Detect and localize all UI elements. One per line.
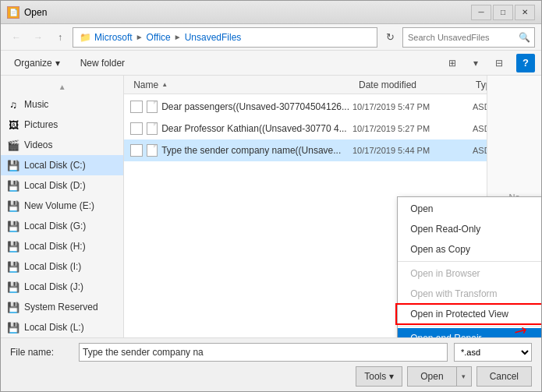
view-toggle-button[interactable]: ⊞ <box>441 54 463 72</box>
close-button[interactable]: ✕ <box>515 5 535 20</box>
sidebar-item-videos[interactable]: 🎬 Videos <box>1 135 123 155</box>
details-pane-button[interactable]: ⊟ <box>488 54 510 72</box>
table-row[interactable]: Dear passengers((Unsaved-307704504126...… <box>124 96 541 118</box>
drive-icon: 💾 <box>7 220 19 232</box>
table-row[interactable]: Type the sender company name((Unsave... … <box>124 139 541 161</box>
breadcrumb: 📁 Microsoft ► Office ► UnsavedFiles <box>73 27 377 48</box>
music-icon: ♫ <box>7 98 19 111</box>
filename-input[interactable] <box>79 343 448 362</box>
sidebar-label: Local Disk (I:) <box>24 261 81 272</box>
col-header-date[interactable]: Date modified <box>356 76 473 94</box>
sidebar-label: Local Disk (J:) <box>24 281 83 292</box>
open-button[interactable]: Open <box>407 366 455 387</box>
file-checkbox[interactable] <box>130 122 143 135</box>
breadcrumb-folder-icon: 📁 <box>80 32 91 43</box>
drive-icon: 💾 <box>7 179 19 192</box>
footer: File name: *.asd Tools ▾ Open ▾ Cancel <box>1 337 541 391</box>
organize-label: Organize <box>14 58 52 69</box>
file-icon <box>146 100 158 114</box>
table-row[interactable]: Dear Professor Kathian((Unsaved-30770 4.… <box>124 118 541 139</box>
search-icon: 🔍 <box>519 32 530 43</box>
tools-arrow-icon: ▾ <box>389 371 394 382</box>
pictures-icon: 🖼 <box>7 118 19 131</box>
tools-label: Tools <box>364 371 386 382</box>
scroll-up: ▲ <box>1 79 123 94</box>
col-header-name[interactable]: Name ▲ <box>130 76 356 94</box>
context-menu-open-in-browser[interactable]: Open in Browser <box>398 263 541 284</box>
context-menu-open[interactable]: Open <box>398 199 541 219</box>
sidebar-item-music[interactable]: ♫ Music <box>1 94 123 115</box>
sidebar-label: Music <box>24 99 48 110</box>
cancel-button[interactable]: Cancel <box>476 366 532 387</box>
search-input[interactable] <box>408 33 515 42</box>
sidebar-label: Local Disk (C:) <box>24 160 86 171</box>
drive-icon: 💾 <box>7 240 19 253</box>
up-button[interactable]: ↑ <box>51 28 69 47</box>
context-menu-open-with-transform[interactable]: Open with Transform <box>398 284 541 304</box>
sidebar-label: Pictures <box>24 119 58 130</box>
filetype-select[interactable]: *.asd <box>454 343 532 362</box>
help-button[interactable]: ? <box>516 54 535 72</box>
file-checkbox[interactable] <box>130 101 143 113</box>
tools-button[interactable]: Tools ▾ <box>356 366 402 387</box>
context-separator <box>398 261 541 262</box>
sidebar-item-system-reserved[interactable]: 💾 System Reserved <box>1 297 123 317</box>
sidebar-item-local-disk-c[interactable]: 💾 Local Disk (C:) <box>1 155 123 175</box>
new-folder-button[interactable]: New folder <box>73 54 132 72</box>
dialog-icon: 📄 <box>7 6 19 19</box>
col-sort-arrow-icon: ▲ <box>161 81 168 88</box>
file-name: Type the sender company name((Unsave... <box>161 145 349 156</box>
breadcrumb-part2[interactable]: Office <box>147 32 171 43</box>
drive-icon: 💾 <box>7 281 19 293</box>
view-buttons: ⊞ ▾ ⊟ <box>441 54 510 72</box>
filename-row: File name: *.asd <box>10 343 532 362</box>
videos-icon: 🎬 <box>7 139 19 151</box>
file-icon <box>146 122 158 136</box>
drive-icon: 💾 <box>7 200 19 212</box>
sidebar-item-local-disk-g[interactable]: 💾 Local Disk (G:) <box>1 216 123 236</box>
sidebar-item-local-disk-i[interactable]: 💾 Local Disk (I:) <box>1 256 123 277</box>
open-dialog: 📄 Open ─ □ ✕ ← → ↑ 📁 Microsoft ► Office … <box>0 0 542 392</box>
action-row: Tools ▾ Open ▾ Cancel <box>10 366 532 387</box>
breadcrumb-sep2: ► <box>174 33 182 41</box>
sidebar-item-local-disk-l[interactable]: 💾 Local Disk (L:) <box>1 317 123 337</box>
file-checkbox[interactable] <box>130 144 143 157</box>
sidebar-item-local-disk-d[interactable]: 💾 Local Disk (D:) <box>1 175 123 196</box>
minimize-button[interactable]: ─ <box>471 5 491 20</box>
file-name: Dear Professor Kathian((Unsaved-30770 4.… <box>161 123 349 134</box>
sidebar-label: Local Disk (L:) <box>24 322 84 333</box>
open-dropdown-button[interactable]: ▾ <box>456 366 472 387</box>
dialog-title: Open <box>24 7 47 18</box>
context-menu-open-read-only[interactable]: Open Read-Only <box>398 219 541 239</box>
open-button-group: Open ▾ <box>407 366 471 387</box>
sidebar-item-local-disk-j[interactable]: 💾 Local Disk (J:) <box>1 277 123 297</box>
breadcrumb-part3[interactable]: UnsavedFiles <box>185 32 242 43</box>
title-bar-left: 📄 Open <box>7 6 47 19</box>
main-content: Name ▲ Date modified Type Dear p <box>124 76 541 337</box>
sidebar: ▲ ♫ Music 🖼 Pictures 🎬 Videos 💾 Local Di… <box>1 76 124 337</box>
sidebar-item-new-volume-e[interactable]: 💾 New Volume (E:) <box>1 196 123 216</box>
file-name: Dear passengers((Unsaved-307704504126... <box>161 101 349 112</box>
maximize-button[interactable]: □ <box>493 5 513 20</box>
organize-arrow-icon: ▾ <box>55 58 60 69</box>
sidebar-item-pictures[interactable]: 🖼 Pictures <box>1 115 123 135</box>
sidebar-item-local-disk-h[interactable]: 💾 Local Disk (H:) <box>1 236 123 256</box>
context-menu-open-as-copy[interactable]: Open as Copy <box>398 239 541 260</box>
drive-icon: 💾 <box>7 301 19 313</box>
refresh-button[interactable]: ↻ <box>381 28 399 47</box>
sidebar-label: Local Disk (H:) <box>24 241 86 252</box>
col-date-label: Date modified <box>359 79 416 90</box>
forward-button[interactable]: → <box>29 28 48 47</box>
view-dropdown-button[interactable]: ▾ <box>465 54 487 72</box>
second-toolbar: Organize ▾ New folder ⊞ ▾ ⊟ ? <box>1 51 541 76</box>
sidebar-label: Local Disk (G:) <box>24 221 86 231</box>
sidebar-label: New Volume (E:) <box>24 200 94 211</box>
back-button[interactable]: ← <box>7 28 26 47</box>
content-area: ▲ ♫ Music 🖼 Pictures 🎬 Videos 💾 Local Di… <box>1 76 541 337</box>
filename-label: File name: <box>10 347 73 358</box>
file-date: 10/17/2019 5:27 PM <box>352 124 469 133</box>
breadcrumb-sep1: ► <box>136 33 143 41</box>
drive-icon: 💾 <box>7 321 19 334</box>
organize-button[interactable]: Organize ▾ <box>7 54 67 72</box>
breadcrumb-part1[interactable]: Microsoft <box>94 32 133 43</box>
